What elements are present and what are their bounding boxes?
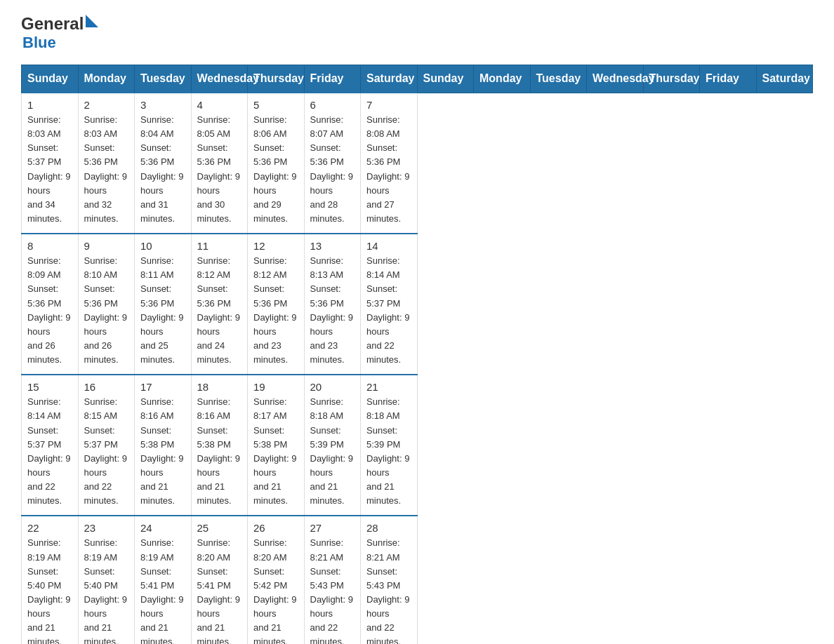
day-number: 14 xyxy=(366,240,411,252)
calendar-cell: 7Sunrise: 8:08 AMSunset: 5:36 PMDaylight… xyxy=(361,93,418,234)
day-number: 10 xyxy=(140,240,185,252)
calendar-cell: 2Sunrise: 8:03 AMSunset: 5:36 PMDaylight… xyxy=(78,93,135,234)
day-number: 1 xyxy=(27,99,72,111)
calendar-week-row: 15Sunrise: 8:14 AMSunset: 5:37 PMDayligh… xyxy=(22,375,813,516)
day-number: 4 xyxy=(197,99,242,111)
day-info: Sunrise: 8:04 AMSunset: 5:36 PMDaylight:… xyxy=(140,113,185,226)
day-number: 17 xyxy=(140,381,185,393)
day-number: 9 xyxy=(84,240,129,252)
calendar-week-row: 22Sunrise: 8:19 AMSunset: 5:40 PMDayligh… xyxy=(22,516,813,644)
day-info: Sunrise: 8:03 AMSunset: 5:37 PMDaylight:… xyxy=(27,113,72,226)
day-info: Sunrise: 8:19 AMSunset: 5:40 PMDaylight:… xyxy=(27,536,72,644)
calendar-cell: 25Sunrise: 8:20 AMSunset: 5:41 PMDayligh… xyxy=(191,516,248,644)
logo-triangle-icon xyxy=(86,15,98,27)
day-info: Sunrise: 8:21 AMSunset: 5:43 PMDaylight:… xyxy=(310,536,355,644)
day-info: Sunrise: 8:20 AMSunset: 5:41 PMDaylight:… xyxy=(197,536,242,644)
day-info: Sunrise: 8:03 AMSunset: 5:36 PMDaylight:… xyxy=(84,113,129,226)
day-number: 12 xyxy=(253,240,298,252)
calendar-cell: 12Sunrise: 8:12 AMSunset: 5:36 PMDayligh… xyxy=(248,234,305,375)
day-number: 21 xyxy=(366,381,411,393)
logo: General Blue xyxy=(21,14,98,52)
day-number: 23 xyxy=(84,522,129,534)
col-header-sunday: Sunday xyxy=(22,65,79,93)
day-number: 27 xyxy=(310,522,355,534)
col-header-monday: Monday xyxy=(78,65,135,93)
day-info: Sunrise: 8:19 AMSunset: 5:41 PMDaylight:… xyxy=(140,536,185,644)
logo-general-text: General xyxy=(21,14,84,34)
day-number: 25 xyxy=(197,522,242,534)
calendar-cell: 22Sunrise: 8:19 AMSunset: 5:40 PMDayligh… xyxy=(22,516,79,644)
day-number: 19 xyxy=(253,381,298,393)
calendar-week-row: 8Sunrise: 8:09 AMSunset: 5:36 PMDaylight… xyxy=(22,234,813,375)
day-number: 22 xyxy=(27,522,72,534)
col-header-friday: Friday xyxy=(700,65,757,93)
day-info: Sunrise: 8:14 AMSunset: 5:37 PMDaylight:… xyxy=(27,395,72,508)
day-info: Sunrise: 8:07 AMSunset: 5:36 PMDaylight:… xyxy=(310,113,355,226)
day-number: 24 xyxy=(140,522,185,534)
calendar-cell: 21Sunrise: 8:18 AMSunset: 5:39 PMDayligh… xyxy=(361,375,418,516)
calendar-cell: 17Sunrise: 8:16 AMSunset: 5:38 PMDayligh… xyxy=(135,375,192,516)
day-info: Sunrise: 8:16 AMSunset: 5:38 PMDaylight:… xyxy=(197,395,242,508)
day-info: Sunrise: 8:18 AMSunset: 5:39 PMDaylight:… xyxy=(310,395,355,508)
day-info: Sunrise: 8:18 AMSunset: 5:39 PMDaylight:… xyxy=(366,395,411,508)
day-number: 16 xyxy=(84,381,129,393)
calendar-cell: 1Sunrise: 8:03 AMSunset: 5:37 PMDaylight… xyxy=(22,93,79,234)
day-info: Sunrise: 8:13 AMSunset: 5:36 PMDaylight:… xyxy=(310,254,355,367)
calendar-cell: 10Sunrise: 8:11 AMSunset: 5:36 PMDayligh… xyxy=(135,234,192,375)
day-number: 15 xyxy=(27,381,72,393)
calendar-cell: 4Sunrise: 8:05 AMSunset: 5:36 PMDaylight… xyxy=(191,93,248,234)
day-info: Sunrise: 8:09 AMSunset: 5:36 PMDaylight:… xyxy=(27,254,72,367)
calendar-cell: 19Sunrise: 8:17 AMSunset: 5:38 PMDayligh… xyxy=(248,375,305,516)
calendar-cell: 9Sunrise: 8:10 AMSunset: 5:36 PMDaylight… xyxy=(78,234,135,375)
calendar-week-row: 1Sunrise: 8:03 AMSunset: 5:37 PMDaylight… xyxy=(22,93,813,234)
day-number: 7 xyxy=(366,99,411,111)
day-info: Sunrise: 8:16 AMSunset: 5:38 PMDaylight:… xyxy=(140,395,185,508)
col-header-wednesday: Wednesday xyxy=(191,65,248,93)
day-info: Sunrise: 8:05 AMSunset: 5:36 PMDaylight:… xyxy=(197,113,242,226)
calendar-header-row: SundayMondayTuesdayWednesdayThursdayFrid… xyxy=(22,65,813,93)
col-header-friday: Friday xyxy=(304,65,361,93)
col-header-tuesday: Tuesday xyxy=(530,65,587,93)
calendar-cell: 8Sunrise: 8:09 AMSunset: 5:36 PMDaylight… xyxy=(22,234,79,375)
calendar-cell: 11Sunrise: 8:12 AMSunset: 5:36 PMDayligh… xyxy=(191,234,248,375)
day-number: 8 xyxy=(27,240,72,252)
day-info: Sunrise: 8:15 AMSunset: 5:37 PMDaylight:… xyxy=(84,395,129,508)
calendar-cell: 23Sunrise: 8:19 AMSunset: 5:40 PMDayligh… xyxy=(78,516,135,644)
col-header-saturday: Saturday xyxy=(361,65,418,93)
calendar-cell: 6Sunrise: 8:07 AMSunset: 5:36 PMDaylight… xyxy=(304,93,361,234)
logo-blue-text: Blue xyxy=(21,34,56,52)
calendar-cell: 20Sunrise: 8:18 AMSunset: 5:39 PMDayligh… xyxy=(304,375,361,516)
day-info: Sunrise: 8:14 AMSunset: 5:37 PMDaylight:… xyxy=(366,254,411,367)
day-number: 2 xyxy=(84,99,129,111)
day-number: 5 xyxy=(253,99,298,111)
calendar-cell: 15Sunrise: 8:14 AMSunset: 5:37 PMDayligh… xyxy=(22,375,79,516)
day-number: 26 xyxy=(253,522,298,534)
calendar-cell: 13Sunrise: 8:13 AMSunset: 5:36 PMDayligh… xyxy=(304,234,361,375)
calendar-cell: 3Sunrise: 8:04 AMSunset: 5:36 PMDaylight… xyxy=(135,93,192,234)
day-info: Sunrise: 8:11 AMSunset: 5:36 PMDaylight:… xyxy=(140,254,185,367)
col-header-tuesday: Tuesday xyxy=(135,65,192,93)
col-header-sunday: Sunday xyxy=(417,65,474,93)
day-number: 11 xyxy=(197,240,242,252)
day-info: Sunrise: 8:21 AMSunset: 5:43 PMDaylight:… xyxy=(366,536,411,644)
calendar-cell: 16Sunrise: 8:15 AMSunset: 5:37 PMDayligh… xyxy=(78,375,135,516)
day-info: Sunrise: 8:06 AMSunset: 5:36 PMDaylight:… xyxy=(253,113,298,226)
calendar-cell: 18Sunrise: 8:16 AMSunset: 5:38 PMDayligh… xyxy=(191,375,248,516)
day-number: 28 xyxy=(366,522,411,534)
day-info: Sunrise: 8:17 AMSunset: 5:38 PMDaylight:… xyxy=(253,395,298,508)
col-header-thursday: Thursday xyxy=(643,65,700,93)
calendar-cell: 26Sunrise: 8:20 AMSunset: 5:42 PMDayligh… xyxy=(248,516,305,644)
calendar-cell: 5Sunrise: 8:06 AMSunset: 5:36 PMDaylight… xyxy=(248,93,305,234)
day-number: 20 xyxy=(310,381,355,393)
day-number: 18 xyxy=(197,381,242,393)
day-info: Sunrise: 8:12 AMSunset: 5:36 PMDaylight:… xyxy=(197,254,242,367)
calendar-cell: 27Sunrise: 8:21 AMSunset: 5:43 PMDayligh… xyxy=(304,516,361,644)
calendar-table: SundayMondayTuesdayWednesdayThursdayFrid… xyxy=(21,65,813,644)
page-header: General Blue xyxy=(21,14,813,52)
day-info: Sunrise: 8:08 AMSunset: 5:36 PMDaylight:… xyxy=(366,113,411,226)
day-number: 13 xyxy=(310,240,355,252)
col-header-monday: Monday xyxy=(474,65,531,93)
svg-marker-0 xyxy=(86,15,98,27)
day-number: 6 xyxy=(310,99,355,111)
col-header-saturday: Saturday xyxy=(756,65,813,93)
